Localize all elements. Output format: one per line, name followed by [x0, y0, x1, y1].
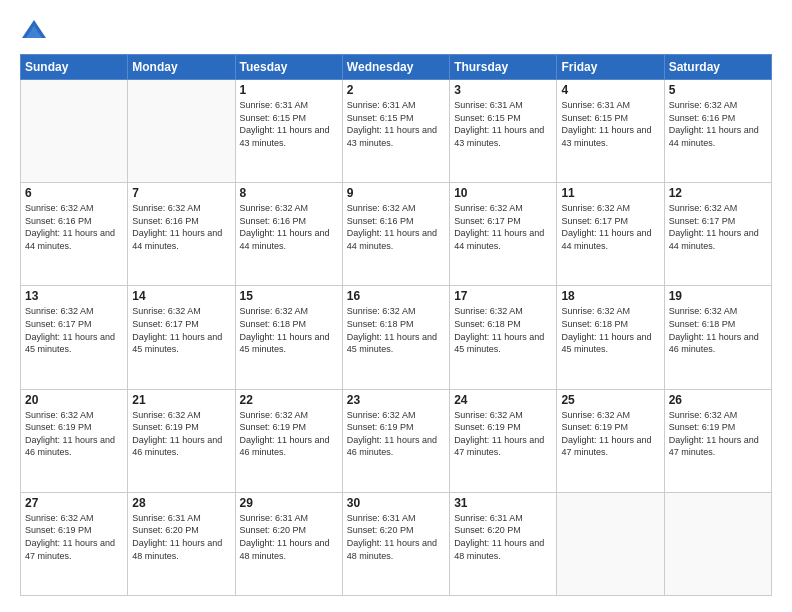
- calendar-day: 22Sunrise: 6:32 AMSunset: 6:19 PMDayligh…: [235, 389, 342, 492]
- logo-icon: [20, 16, 48, 44]
- calendar-week-0: 1Sunrise: 6:31 AMSunset: 6:15 PMDaylight…: [21, 80, 772, 183]
- weekday-header-row: SundayMondayTuesdayWednesdayThursdayFrid…: [21, 55, 772, 80]
- weekday-header-sunday: Sunday: [21, 55, 128, 80]
- calendar-day: [21, 80, 128, 183]
- day-detail: Sunrise: 6:32 AMSunset: 6:18 PMDaylight:…: [669, 305, 767, 355]
- calendar-day: 21Sunrise: 6:32 AMSunset: 6:19 PMDayligh…: [128, 389, 235, 492]
- calendar-day: 6Sunrise: 6:32 AMSunset: 6:16 PMDaylight…: [21, 183, 128, 286]
- calendar-day: 29Sunrise: 6:31 AMSunset: 6:20 PMDayligh…: [235, 492, 342, 595]
- calendar-day: 19Sunrise: 6:32 AMSunset: 6:18 PMDayligh…: [664, 286, 771, 389]
- day-number: 20: [25, 393, 123, 407]
- weekday-header-monday: Monday: [128, 55, 235, 80]
- day-number: 18: [561, 289, 659, 303]
- day-detail: Sunrise: 6:32 AMSunset: 6:19 PMDaylight:…: [25, 512, 123, 562]
- day-number: 8: [240, 186, 338, 200]
- day-number: 21: [132, 393, 230, 407]
- day-number: 4: [561, 83, 659, 97]
- day-number: 2: [347, 83, 445, 97]
- day-detail: Sunrise: 6:32 AMSunset: 6:17 PMDaylight:…: [454, 202, 552, 252]
- calendar-day: 14Sunrise: 6:32 AMSunset: 6:17 PMDayligh…: [128, 286, 235, 389]
- calendar-day: 5Sunrise: 6:32 AMSunset: 6:16 PMDaylight…: [664, 80, 771, 183]
- calendar-week-4: 27Sunrise: 6:32 AMSunset: 6:19 PMDayligh…: [21, 492, 772, 595]
- day-number: 12: [669, 186, 767, 200]
- calendar-day: [557, 492, 664, 595]
- day-number: 1: [240, 83, 338, 97]
- day-detail: Sunrise: 6:31 AMSunset: 6:20 PMDaylight:…: [347, 512, 445, 562]
- calendar-day: 27Sunrise: 6:32 AMSunset: 6:19 PMDayligh…: [21, 492, 128, 595]
- calendar-week-3: 20Sunrise: 6:32 AMSunset: 6:19 PMDayligh…: [21, 389, 772, 492]
- calendar-day: 23Sunrise: 6:32 AMSunset: 6:19 PMDayligh…: [342, 389, 449, 492]
- day-detail: Sunrise: 6:32 AMSunset: 6:18 PMDaylight:…: [561, 305, 659, 355]
- day-number: 26: [669, 393, 767, 407]
- day-detail: Sunrise: 6:31 AMSunset: 6:20 PMDaylight:…: [240, 512, 338, 562]
- day-detail: Sunrise: 6:32 AMSunset: 6:18 PMDaylight:…: [454, 305, 552, 355]
- calendar-day: 3Sunrise: 6:31 AMSunset: 6:15 PMDaylight…: [450, 80, 557, 183]
- day-detail: Sunrise: 6:32 AMSunset: 6:18 PMDaylight:…: [240, 305, 338, 355]
- day-detail: Sunrise: 6:32 AMSunset: 6:19 PMDaylight:…: [454, 409, 552, 459]
- weekday-header-wednesday: Wednesday: [342, 55, 449, 80]
- calendar-day: 18Sunrise: 6:32 AMSunset: 6:18 PMDayligh…: [557, 286, 664, 389]
- day-number: 16: [347, 289, 445, 303]
- calendar-day: 16Sunrise: 6:32 AMSunset: 6:18 PMDayligh…: [342, 286, 449, 389]
- day-number: 25: [561, 393, 659, 407]
- day-number: 3: [454, 83, 552, 97]
- day-number: 31: [454, 496, 552, 510]
- calendar-day: [664, 492, 771, 595]
- day-number: 5: [669, 83, 767, 97]
- day-detail: Sunrise: 6:32 AMSunset: 6:18 PMDaylight:…: [347, 305, 445, 355]
- day-detail: Sunrise: 6:31 AMSunset: 6:20 PMDaylight:…: [132, 512, 230, 562]
- day-number: 17: [454, 289, 552, 303]
- calendar-week-1: 6Sunrise: 6:32 AMSunset: 6:16 PMDaylight…: [21, 183, 772, 286]
- calendar-day: 26Sunrise: 6:32 AMSunset: 6:19 PMDayligh…: [664, 389, 771, 492]
- day-detail: Sunrise: 6:32 AMSunset: 6:19 PMDaylight:…: [25, 409, 123, 459]
- day-detail: Sunrise: 6:32 AMSunset: 6:19 PMDaylight:…: [132, 409, 230, 459]
- day-number: 7: [132, 186, 230, 200]
- calendar-day: [128, 80, 235, 183]
- weekday-header-friday: Friday: [557, 55, 664, 80]
- page: SundayMondayTuesdayWednesdayThursdayFrid…: [0, 0, 792, 612]
- calendar-day: 8Sunrise: 6:32 AMSunset: 6:16 PMDaylight…: [235, 183, 342, 286]
- day-detail: Sunrise: 6:31 AMSunset: 6:20 PMDaylight:…: [454, 512, 552, 562]
- day-number: 22: [240, 393, 338, 407]
- day-number: 14: [132, 289, 230, 303]
- day-detail: Sunrise: 6:32 AMSunset: 6:17 PMDaylight:…: [561, 202, 659, 252]
- calendar-day: 28Sunrise: 6:31 AMSunset: 6:20 PMDayligh…: [128, 492, 235, 595]
- day-detail: Sunrise: 6:31 AMSunset: 6:15 PMDaylight:…: [454, 99, 552, 149]
- calendar-day: 7Sunrise: 6:32 AMSunset: 6:16 PMDaylight…: [128, 183, 235, 286]
- day-detail: Sunrise: 6:31 AMSunset: 6:15 PMDaylight:…: [561, 99, 659, 149]
- day-detail: Sunrise: 6:32 AMSunset: 6:16 PMDaylight:…: [132, 202, 230, 252]
- logo: [20, 16, 52, 44]
- day-detail: Sunrise: 6:31 AMSunset: 6:15 PMDaylight:…: [240, 99, 338, 149]
- day-number: 10: [454, 186, 552, 200]
- calendar-day: 12Sunrise: 6:32 AMSunset: 6:17 PMDayligh…: [664, 183, 771, 286]
- calendar-day: 9Sunrise: 6:32 AMSunset: 6:16 PMDaylight…: [342, 183, 449, 286]
- day-detail: Sunrise: 6:32 AMSunset: 6:17 PMDaylight:…: [669, 202, 767, 252]
- day-detail: Sunrise: 6:31 AMSunset: 6:15 PMDaylight:…: [347, 99, 445, 149]
- calendar-day: 30Sunrise: 6:31 AMSunset: 6:20 PMDayligh…: [342, 492, 449, 595]
- calendar-day: 31Sunrise: 6:31 AMSunset: 6:20 PMDayligh…: [450, 492, 557, 595]
- day-number: 15: [240, 289, 338, 303]
- calendar-day: 24Sunrise: 6:32 AMSunset: 6:19 PMDayligh…: [450, 389, 557, 492]
- calendar-table: SundayMondayTuesdayWednesdayThursdayFrid…: [20, 54, 772, 596]
- day-number: 19: [669, 289, 767, 303]
- day-detail: Sunrise: 6:32 AMSunset: 6:19 PMDaylight:…: [669, 409, 767, 459]
- day-number: 23: [347, 393, 445, 407]
- calendar-day: 1Sunrise: 6:31 AMSunset: 6:15 PMDaylight…: [235, 80, 342, 183]
- day-number: 13: [25, 289, 123, 303]
- day-detail: Sunrise: 6:32 AMSunset: 6:16 PMDaylight:…: [25, 202, 123, 252]
- weekday-header-thursday: Thursday: [450, 55, 557, 80]
- day-detail: Sunrise: 6:32 AMSunset: 6:19 PMDaylight:…: [347, 409, 445, 459]
- day-detail: Sunrise: 6:32 AMSunset: 6:16 PMDaylight:…: [669, 99, 767, 149]
- weekday-header-saturday: Saturday: [664, 55, 771, 80]
- day-number: 29: [240, 496, 338, 510]
- calendar-day: 17Sunrise: 6:32 AMSunset: 6:18 PMDayligh…: [450, 286, 557, 389]
- calendar-day: 2Sunrise: 6:31 AMSunset: 6:15 PMDaylight…: [342, 80, 449, 183]
- calendar-day: 10Sunrise: 6:32 AMSunset: 6:17 PMDayligh…: [450, 183, 557, 286]
- day-number: 28: [132, 496, 230, 510]
- calendar-day: 20Sunrise: 6:32 AMSunset: 6:19 PMDayligh…: [21, 389, 128, 492]
- day-detail: Sunrise: 6:32 AMSunset: 6:19 PMDaylight:…: [240, 409, 338, 459]
- calendar-day: 11Sunrise: 6:32 AMSunset: 6:17 PMDayligh…: [557, 183, 664, 286]
- calendar-day: 4Sunrise: 6:31 AMSunset: 6:15 PMDaylight…: [557, 80, 664, 183]
- calendar-day: 25Sunrise: 6:32 AMSunset: 6:19 PMDayligh…: [557, 389, 664, 492]
- day-detail: Sunrise: 6:32 AMSunset: 6:17 PMDaylight:…: [25, 305, 123, 355]
